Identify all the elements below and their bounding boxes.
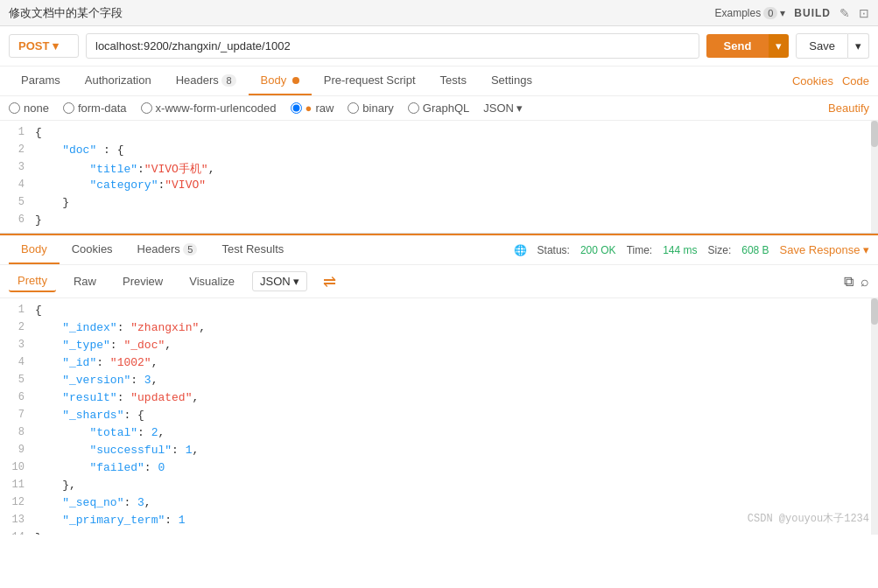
radio-graphql[interactable]: GraphQL (408, 102, 469, 115)
request-line-3: 3 "title":"VIVO手机", (0, 159, 878, 177)
url-input[interactable] (86, 33, 699, 59)
response-tab-body[interactable]: Body (9, 235, 60, 264)
radio-urlencoded[interactable]: x-www-form-urlencoded (141, 102, 277, 115)
copy-icon[interactable]: ⧉ (844, 274, 853, 290)
response-line-4: 4 "_id": "1002", (0, 354, 878, 372)
fmt-tab-raw[interactable]: Raw (65, 271, 105, 291)
radio-none[interactable]: none (9, 102, 49, 115)
response-line-11: 11 }, (0, 477, 878, 494)
code-link[interactable]: Code (842, 74, 869, 88)
tab-pre-request-script[interactable]: Pre-request Script (312, 66, 428, 95)
fmt-tab-visualize[interactable]: Visualize (180, 271, 243, 291)
response-tab-headers[interactable]: Headers 5 (125, 235, 210, 264)
page-title: 修改文档中的某个字段 (9, 5, 123, 21)
response-tabs-row: Body Cookies Headers 5 Test Results 🌐 St… (0, 235, 878, 265)
tab-authorization[interactable]: Authorization (73, 66, 164, 95)
close-icon[interactable]: ⊡ (859, 6, 869, 20)
request-line-2: 2 "doc" : { (0, 142, 878, 159)
url-bar: POST ▾ Send ▾ Save ▾ (0, 26, 878, 66)
edit-icon[interactable]: ✎ (839, 6, 850, 20)
fmt-tab-pretty[interactable]: Pretty (9, 270, 56, 292)
response-section: Body Cookies Headers 5 Test Results 🌐 St… (0, 234, 878, 535)
examples-chevron-icon: ▾ (780, 7, 785, 19)
response-meta: 🌐 Status: 200 OK Time: 144 ms Size: 608 … (514, 243, 869, 256)
save-response-button[interactable]: Save Response ▾ (780, 243, 869, 256)
response-scrollbar[interactable] (871, 298, 878, 535)
response-line-1: 1 { (0, 302, 878, 319)
response-line-7: 7 "_shards": { (0, 407, 878, 424)
top-bar: 修改文档中的某个字段 Examples 0 ▾ BUILD ✎ ⊡ (0, 0, 878, 26)
method-chevron-icon: ▾ (53, 39, 59, 52)
radio-form-data[interactable]: form-data (63, 102, 127, 115)
response-code-editor: 1 { 2 "_index": "zhangxin", 3 "_type": "… (0, 298, 878, 535)
request-tabs-row: Params Authorization Headers 8 Body Pre-… (0, 66, 878, 96)
tab-headers[interactable]: Headers 8 (164, 66, 249, 95)
request-line-6: 6 } (0, 212, 878, 229)
send-button-group: Send ▾ (706, 34, 790, 58)
size-value: 608 B (741, 244, 769, 256)
response-line-9: 9 "successful": 1, (0, 442, 878, 459)
response-line-2: 2 "_index": "zhangxin", (0, 319, 878, 337)
json-format-select[interactable]: JSON ▾ (483, 102, 523, 115)
request-code-lines: 1 { 2 "doc" : { 3 "title":"VIVO手机", 4 "c… (0, 121, 878, 233)
response-tab-cookies[interactable]: Cookies (60, 235, 125, 264)
json-chevron-icon: ▾ (516, 102, 523, 115)
globe-icon: 🌐 (514, 244, 527, 256)
build-button[interactable]: BUILD (794, 7, 831, 19)
status-value: 200 OK (580, 244, 616, 256)
wrap-icon[interactable]: ⇌ (323, 272, 336, 291)
response-format-icons: ⧉ ⌕ (844, 274, 869, 290)
body-options-row: none form-data x-www-form-urlencoded ● r… (0, 96, 878, 121)
response-format-row: Pretty Raw Preview Visualize JSON ▾ ⇌ ⧉ … (0, 265, 878, 298)
tab-body[interactable]: Body (249, 66, 312, 95)
tab-params[interactable]: Params (9, 66, 73, 95)
save-button[interactable]: Save (796, 33, 848, 59)
response-code-lines: 1 { 2 "_index": "zhangxin", 3 "_type": "… (0, 298, 878, 535)
response-line-10: 10 "failed": 0 (0, 459, 878, 477)
radio-binary[interactable]: binary (348, 102, 393, 115)
cookies-link[interactable]: Cookies (792, 74, 833, 88)
response-line-12: 12 "_seq_no": 3, (0, 494, 878, 512)
send-dropdown-button[interactable]: ▾ (769, 34, 789, 58)
response-json-chevron-icon: ▾ (293, 275, 299, 288)
fmt-tab-preview[interactable]: Preview (114, 271, 172, 291)
response-tab-test-results[interactable]: Test Results (209, 235, 296, 264)
request-line-4: 4 "category":"VIVO" (0, 177, 878, 194)
response-json-select[interactable]: JSON ▾ (252, 271, 307, 291)
beautify-button[interactable]: Beautify (828, 102, 869, 115)
request-line-1: 1 { (0, 124, 878, 142)
response-line-6: 6 "result": "updated", (0, 389, 878, 407)
request-line-5: 5 } (0, 194, 878, 212)
tab-settings[interactable]: Settings (479, 66, 544, 95)
request-tabs-right: Cookies Code (792, 74, 869, 88)
radio-raw[interactable]: ● raw (291, 102, 334, 115)
response-line-5: 5 "_version": 3, (0, 372, 878, 389)
method-label: POST (18, 39, 49, 52)
response-line-13: 13 "_primary_term": 1 (0, 512, 878, 529)
search-icon[interactable]: ⌕ (860, 274, 869, 290)
request-scrollbar[interactable] (871, 121, 878, 233)
save-button-group: Save ▾ (796, 33, 869, 59)
send-button[interactable]: Send (706, 34, 769, 58)
method-select[interactable]: POST ▾ (9, 34, 79, 58)
response-line-14: 14 } (0, 529, 878, 535)
tab-tests[interactable]: Tests (428, 66, 479, 95)
top-bar-right: Examples 0 ▾ BUILD ✎ ⊡ (715, 6, 869, 20)
examples-button[interactable]: Examples 0 ▾ (715, 7, 786, 19)
request-code-editor: 1 { 2 "doc" : { 3 "title":"VIVO手机", 4 "c… (0, 121, 878, 234)
response-line-8: 8 "total": 2, (0, 424, 878, 442)
save-dropdown-button[interactable]: ▾ (848, 33, 869, 59)
time-value: 144 ms (663, 244, 697, 256)
response-line-3: 3 "_type": "_doc", (0, 337, 878, 354)
watermark: CSDN @youyou木子1234 (748, 511, 869, 526)
